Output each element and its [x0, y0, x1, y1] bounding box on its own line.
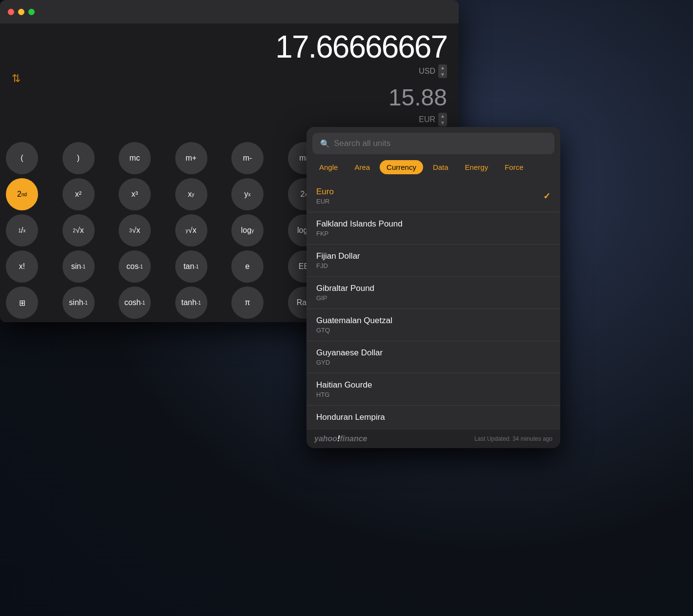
currency-code-gyd: GYD — [316, 359, 383, 366]
secondary-value: 15.88 — [12, 84, 447, 111]
key-sqrt-2[interactable]: 2√x — [62, 214, 95, 246]
key-m-plus[interactable]: m+ — [175, 142, 207, 174]
key-log-y[interactable]: logy — [231, 214, 264, 246]
dropdown-arrow — [419, 127, 432, 128]
list-item[interactable]: Haitian Gourde HTG — [306, 373, 560, 406]
currency-name-gip: Gibraltar Pound — [316, 284, 374, 293]
key-factorial[interactable]: x! — [6, 250, 38, 283]
tab-force[interactable]: Force — [498, 160, 530, 174]
currency-code-gip: GIP — [316, 294, 374, 302]
main-unit-stepper[interactable]: ▲ ▼ — [438, 64, 447, 78]
list-item[interactable]: Fijian Dollar FJD — [306, 245, 560, 277]
list-item[interactable]: Guatemalan Quetzal GTQ — [306, 309, 560, 341]
list-item[interactable]: Guyanaese Dollar GYD — [306, 341, 560, 373]
main-unit-row: USD ▲ ▼ — [12, 64, 447, 78]
key-open-paren[interactable]: ( — [6, 142, 38, 174]
currency-list: Euro EUR ✓ Falkland Islands Pound FKP Fi… — [306, 180, 560, 429]
key-e[interactable]: e — [231, 250, 264, 283]
key-y-x[interactable]: yx — [231, 178, 264, 210]
title-bar — [0, 0, 459, 23]
currency-name-gtq: Guatemalan Quetzal — [316, 316, 392, 326]
currency-name-gyd: Guyanaese Dollar — [316, 348, 383, 358]
key-m-minus[interactable]: m- — [231, 142, 264, 174]
secondary-unit-row: EUR ▲ ▼ — [12, 113, 447, 126]
currency-name-htg: Haitian Gourde — [316, 380, 372, 390]
key-asinh[interactable]: sinh-1 — [62, 287, 95, 319]
category-tabs: Angle Area Currency Data Energy Force — [306, 158, 560, 180]
key-atanh[interactable]: tanh-1 — [175, 287, 207, 319]
key-x-squared[interactable]: x² — [62, 178, 95, 210]
panel-footer: yahoo!finance Last Updated: 34 minutes a… — [306, 429, 560, 448]
key-2nd[interactable]: 2nd — [6, 178, 38, 210]
list-item[interactable]: Euro EUR ✓ — [306, 180, 560, 212]
key-reciprocal[interactable]: 1/x — [6, 214, 38, 246]
currency-name-fjd: Fijian Dollar — [316, 251, 360, 261]
currency-name-fkp: Falkland Islands Pound — [316, 219, 403, 229]
search-icon: 🔍 — [320, 139, 330, 148]
key-acosh[interactable]: cosh-1 — [119, 287, 151, 319]
main-value: 17.66666667 — [12, 31, 447, 62]
key-mc[interactable]: mc — [119, 142, 151, 174]
swap-icon[interactable]: ⇅ — [12, 72, 20, 85]
minimize-button[interactable] — [18, 9, 24, 15]
tab-angle[interactable]: Angle — [312, 160, 345, 174]
key-x-cubed[interactable]: x³ — [119, 178, 151, 210]
key-acos[interactable]: cos-1 — [119, 250, 151, 283]
main-unit-label: USD — [419, 67, 435, 76]
tab-area[interactable]: Area — [347, 160, 377, 174]
key-atan[interactable]: tan-1 — [175, 250, 207, 283]
key-pi[interactable]: π — [231, 287, 264, 319]
close-button[interactable] — [8, 9, 14, 15]
currency-code-fkp: FKP — [316, 230, 403, 237]
currency-code-fjd: FJD — [316, 262, 360, 269]
last-updated-label: Last Updated: 34 minutes ago — [474, 435, 552, 442]
currency-code-gtq: GTQ — [316, 327, 392, 334]
list-item[interactable]: Gibraltar Pound GIP — [306, 277, 560, 309]
list-item[interactable]: Falkland Islands Pound FKP — [306, 212, 560, 245]
search-input[interactable] — [334, 139, 547, 148]
maximize-button[interactable] — [28, 9, 35, 15]
key-asin[interactable]: sin-1 — [62, 250, 95, 283]
tab-data[interactable]: Data — [426, 160, 455, 174]
currency-code-htg: HTG — [316, 391, 372, 398]
yahoo-finance-logo: yahoo!finance — [314, 434, 367, 443]
key-close-paren[interactable]: ) — [62, 142, 95, 174]
secondary-unit-stepper[interactable]: ▲ ▼ — [438, 113, 447, 126]
search-bar[interactable]: 🔍 — [312, 133, 554, 154]
unit-dropdown-panel: 🔍 Angle Area Currency Data Energy Force … — [306, 127, 560, 448]
key-sqrt-3[interactable]: 3√x — [119, 214, 151, 246]
display-area: 17.66666667 USD ▲ ▼ ⇅ 15.88 EUR ▲ ▼ — [0, 23, 459, 136]
secondary-unit-label: EUR — [419, 115, 435, 124]
currency-code-eur: EUR — [316, 198, 334, 205]
key-x-y[interactable]: xy — [175, 178, 207, 210]
tab-energy[interactable]: Energy — [458, 160, 495, 174]
key-calculator-mode[interactable]: ⊞ — [6, 287, 38, 319]
tab-currency[interactable]: Currency — [380, 160, 423, 174]
selected-checkmark: ✓ — [543, 191, 550, 202]
key-sqrt-y[interactable]: y√x — [175, 214, 207, 246]
currency-name-euro: Euro — [316, 187, 334, 197]
currency-name-hnl: Honduran Lempira — [316, 412, 385, 422]
list-item[interactable]: Honduran Lempira — [306, 406, 560, 429]
